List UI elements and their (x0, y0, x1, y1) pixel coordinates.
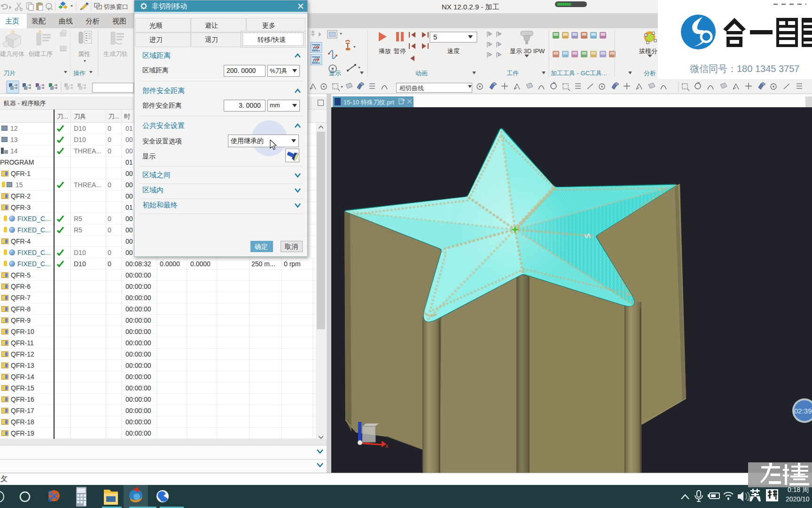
svg-text:02:39: 02:39 (794, 407, 812, 415)
svg-text:5: 5 (433, 33, 437, 41)
svg-text:微信同号：180 1345 3757: 微信同号：180 1345 3757 (690, 64, 799, 74)
svg-text:15-10 特殊刀纹.prt: 15-10 特殊刀纹.prt (344, 99, 394, 106)
svg-text:x: x (385, 442, 389, 449)
svg-text:2020/10: 2020/10 (786, 495, 810, 503)
